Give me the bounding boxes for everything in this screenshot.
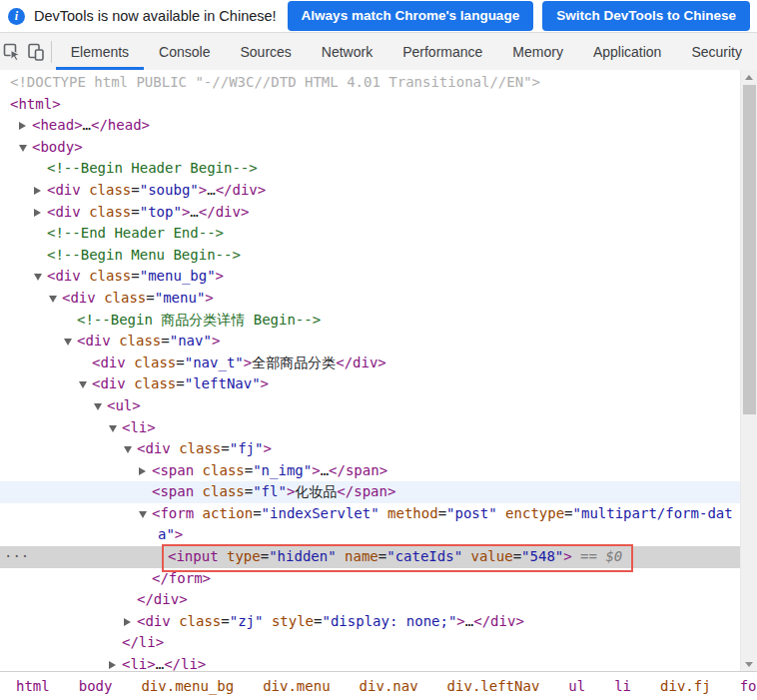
dom-tree-node[interactable]: <!DOCTYPE html PUBLIC "-//W3C//DTD HTML … <box>0 72 757 94</box>
breadcrumb-item-div-menu_bg[interactable]: div.menu_bg <box>135 675 240 697</box>
panel-tabs: ElementsConsoleSourcesNetworkPerformance… <box>56 33 757 70</box>
collapse-arrow-icon[interactable] <box>49 296 57 303</box>
expand-arrow-icon[interactable] <box>109 661 116 669</box>
tab-sources[interactable]: Sources <box>225 33 306 70</box>
more-actions-icon[interactable]: ··· <box>4 546 29 568</box>
dom-tree-node[interactable]: <li> <box>0 417 757 439</box>
devtools-toolbar: ElementsConsoleSourcesNetworkPerformance… <box>0 33 757 70</box>
expand-arrow-icon[interactable] <box>34 209 41 217</box>
dom-tree-node[interactable]: <!--End Header End--> <box>0 223 757 245</box>
selected-node-reveal-box: <input type="hidden" name="cateIds" valu… <box>162 544 633 572</box>
breadcrumb-item-div-menu[interactable]: div.menu <box>257 675 336 697</box>
collapse-arrow-icon[interactable] <box>79 381 87 388</box>
dom-tree-node[interactable]: a"> <box>0 524 757 546</box>
scroll-down-arrow-icon[interactable] <box>741 657 757 671</box>
toggle-device-toolbar-button[interactable] <box>24 33 48 70</box>
dom-tree-node[interactable]: <body> <box>0 137 757 159</box>
tab-security[interactable]: Security <box>676 33 757 70</box>
infobar-message: DevTools is now available in Chinese! <box>34 8 277 24</box>
breadcrumb-item-div-leftNav[interactable]: div.leftNav <box>441 675 546 697</box>
dom-tree-node[interactable]: <form action="indexServlet" method="post… <box>0 503 757 525</box>
scrollbar-thumb[interactable] <box>743 85 756 414</box>
dom-tree-node[interactable]: <ul> <box>0 395 757 417</box>
dom-tree-node[interactable]: <!--Begin Header Begin--> <box>0 158 757 180</box>
tab-application[interactable]: Application <box>578 33 677 70</box>
dom-tree-node[interactable]: <html> <box>0 94 757 116</box>
dom-tree-node[interactable]: <div class="nav_t">全部商品分类</div> <box>0 352 757 374</box>
breadcrumb-item-div-fj[interactable]: div.fj <box>654 675 717 697</box>
breadcrumb: htmlbodydiv.menu_bgdiv.menudiv.navdiv.le… <box>0 671 757 700</box>
dom-tree-node[interactable]: <div class="zj" style="display: none;">…… <box>0 611 757 633</box>
switch-devtools-chinese-button[interactable]: Switch DevTools to Chinese <box>542 1 750 31</box>
dom-tree-node[interactable]: <!--Begin 商品分类详情 Begin--> <box>0 310 757 332</box>
language-infobar: i DevTools is now available in Chinese! … <box>0 0 757 33</box>
tab-network[interactable]: Network <box>307 33 387 70</box>
dom-tree-node[interactable]: <div class="soubg">…</div> <box>0 180 757 202</box>
dom-tree-node[interactable]: <head>…</head> <box>0 115 757 137</box>
info-icon: i <box>8 8 25 25</box>
collapse-arrow-icon[interactable] <box>124 446 132 453</box>
breadcrumb-item-body[interactable]: body <box>73 675 119 697</box>
dom-tree-node[interactable]: <div class="top">…</div> <box>0 202 757 224</box>
dom-tree-node[interactable]: <div class="menu_bg"> <box>0 266 757 288</box>
breadcrumb-item-div-nav[interactable]: div.nav <box>354 675 424 697</box>
expand-arrow-icon[interactable] <box>124 618 131 626</box>
breadcrumb-item-html[interactable]: html <box>10 675 56 697</box>
breadcrumb-item-ul[interactable]: ul <box>562 675 591 697</box>
elements-panel: <!DOCTYPE html PUBLIC "-//W3C//DTD HTML … <box>0 70 757 671</box>
tab-console[interactable]: Console <box>144 33 225 70</box>
dom-tree-node[interactable]: ···<input type="hidden" name="cateIds" v… <box>0 546 757 568</box>
device-toolbar-icon <box>26 42 46 62</box>
toolbar-divider <box>51 41 52 63</box>
dom-tree-node[interactable]: <div class="leftNav"> <box>0 373 757 395</box>
inspect-icon <box>2 42 22 62</box>
dom-tree-node[interactable]: <li>…</li> <box>0 654 757 671</box>
dom-tree-node[interactable]: <span class="fl">化妆品</span> <box>0 481 757 503</box>
expand-arrow-icon[interactable] <box>34 187 41 195</box>
collapse-arrow-icon[interactable] <box>19 145 27 152</box>
dom-tree-node[interactable]: <!--Begin Menu Begin--> <box>0 245 757 267</box>
collapse-arrow-icon[interactable] <box>64 339 72 346</box>
collapse-arrow-icon[interactable] <box>34 274 42 281</box>
collapse-arrow-icon[interactable] <box>139 511 147 518</box>
dom-tree-node[interactable]: <div class="menu"> <box>0 288 757 310</box>
expand-arrow-icon[interactable] <box>19 122 26 130</box>
scroll-up-arrow-icon[interactable] <box>741 70 757 84</box>
dom-tree-node[interactable]: <div class="fj"> <box>0 438 757 460</box>
breadcrumb-item-li[interactable]: li <box>608 675 637 697</box>
tab-elements[interactable]: Elements <box>56 33 144 70</box>
dom-tree-node[interactable]: </div> <box>0 589 757 611</box>
dom-tree-node[interactable]: </li> <box>0 632 757 654</box>
devtools-window: i DevTools is now available in Chinese! … <box>0 0 757 700</box>
tab-performance[interactable]: Performance <box>387 33 497 70</box>
always-match-language-button[interactable]: Always match Chrome's language <box>288 1 534 31</box>
inspect-element-button[interactable] <box>0 33 24 70</box>
dom-tree: <!DOCTYPE html PUBLIC "-//W3C//DTD HTML … <box>0 72 757 671</box>
dom-tree-node[interactable]: <span class="n_img">…</span> <box>0 460 757 482</box>
collapse-arrow-icon[interactable] <box>109 425 117 432</box>
collapse-arrow-icon[interactable] <box>94 403 102 410</box>
tab-memory[interactable]: Memory <box>497 33 578 70</box>
vertical-scrollbar[interactable] <box>740 70 757 671</box>
breadcrumb-item-form[interactable]: form <box>734 675 757 697</box>
expand-arrow-icon[interactable] <box>139 467 146 475</box>
dom-tree-node[interactable]: <div class="nav"> <box>0 331 757 352</box>
